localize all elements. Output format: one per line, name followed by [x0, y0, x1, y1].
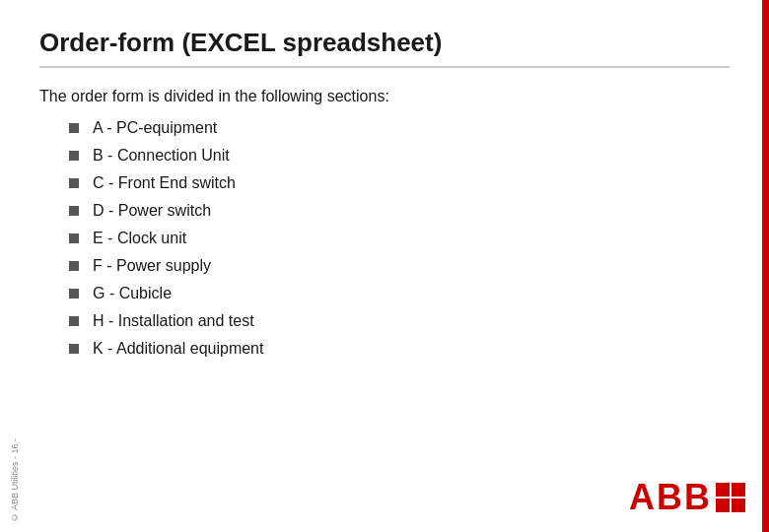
list-item: K - Additional equipment — [69, 340, 730, 358]
list-item-label: A - PC-equipment — [93, 119, 217, 137]
bullet-icon — [69, 261, 79, 271]
abb-box — [716, 483, 730, 497]
accent-bar — [762, 0, 769, 532]
bullet-icon — [69, 178, 79, 188]
bullet-icon — [69, 151, 79, 161]
bullet-icon — [69, 316, 79, 326]
abb-box — [732, 483, 745, 497]
section-list: A - PC-equipment B - Connection Unit C -… — [69, 119, 730, 358]
list-item-label: G - Cubicle — [93, 285, 172, 302]
list-item-label: H - Installation and test — [93, 312, 254, 330]
bullet-icon — [69, 344, 79, 354]
abb-logo-row-bottom — [716, 499, 745, 512]
list-item: B - Connection Unit — [69, 147, 730, 165]
abb-logo-row-top — [716, 483, 745, 497]
list-item: D - Power switch — [69, 202, 730, 220]
list-item-label: D - Power switch — [93, 202, 211, 220]
abb-box — [732, 499, 745, 512]
list-item: F - Power supply — [69, 257, 730, 275]
watermark-text: © ABB Utilities - 16 - — [10, 438, 20, 522]
list-item-label: K - Additional equipment — [93, 340, 263, 358]
subtitle: The order form is divided in the followi… — [39, 88, 730, 105]
list-item-label: B - Connection Unit — [93, 147, 230, 165]
bullet-icon — [69, 233, 79, 243]
page-title: Order-form (EXCEL spreadsheet) — [39, 28, 442, 57]
list-item: G - Cubicle — [69, 285, 730, 302]
title-bar: Order-form (EXCEL spreadsheet) — [39, 28, 730, 68]
bullet-icon — [69, 206, 79, 216]
abb-logo-symbol — [716, 483, 745, 512]
list-item-label: F - Power supply — [93, 257, 211, 275]
list-item-label: E - Clock unit — [93, 230, 186, 247]
bullet-icon — [69, 289, 79, 299]
page: Order-form (EXCEL spreadsheet) The order… — [0, 0, 769, 532]
list-item: E - Clock unit — [69, 230, 730, 247]
list-item-label: C - Front End switch — [93, 174, 236, 192]
list-item: H - Installation and test — [69, 312, 730, 330]
bullet-icon — [69, 123, 79, 133]
list-item: A - PC-equipment — [69, 119, 730, 137]
abb-logo-text: ABB — [629, 477, 712, 518]
abb-box — [716, 499, 730, 512]
list-item: C - Front End switch — [69, 174, 730, 192]
abb-logo: ABB — [629, 477, 745, 518]
